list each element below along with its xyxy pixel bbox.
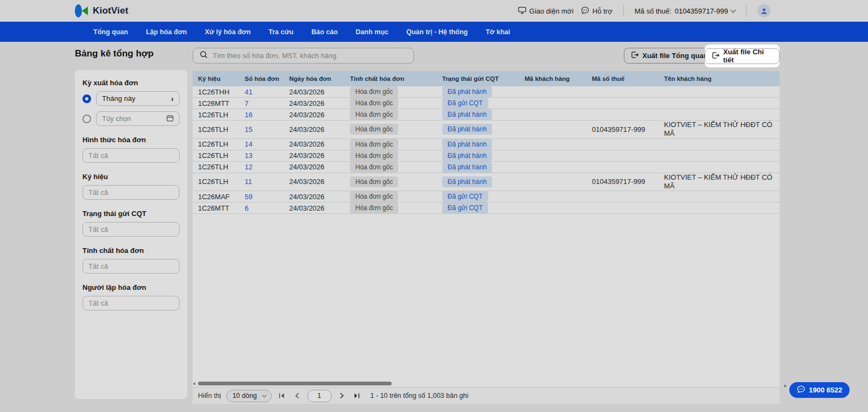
nav-quan-tri-he-thong[interactable]: Quản trị - Hệ thống (406, 28, 468, 36)
cell-ma-so-thue: 0104359717-999 (586, 178, 659, 186)
support-button[interactable]: Hỗ trợ (581, 7, 612, 16)
table-row[interactable]: 1C26MAF 59 24/03/2026 Hóa đơn gốc Đã gửi… (193, 191, 780, 202)
cell-so-hoa-don-link[interactable]: 15 (239, 125, 284, 134)
cell-ngay-hoa-don: 24/03/2026 (284, 99, 344, 107)
cell-ngay-hoa-don: 24/03/2026 (284, 193, 344, 201)
badge-tinh-chat: Hóa đơn gốc (350, 150, 398, 161)
table-row[interactable]: 1C26TLH 15 24/03/2026 Hóa đơn gốc Đã phá… (193, 121, 780, 139)
top-bar: KiotViet Giao diện mới Hỗ trợ Mã số thuế… (0, 0, 868, 22)
chat-bubble-icon (797, 385, 805, 395)
current-page-input[interactable]: 1 (308, 390, 331, 402)
page-size-select[interactable]: 10 dòng (226, 390, 271, 402)
radio-selected[interactable] (82, 94, 91, 103)
cell-so-hoa-don-link[interactable]: 7 (239, 99, 284, 107)
tax-code-label: Mã số thuế: (635, 7, 672, 15)
first-page-button[interactable] (277, 391, 287, 401)
kiotviet-logo[interactable]: KiotViet (75, 4, 129, 18)
tax-code-dropdown[interactable]: Mã số thuế: 0104359717-999 (635, 7, 735, 15)
table-row[interactable]: 1C26TLH 14 24/03/2026 Hóa đơn gốc Đã phá… (193, 139, 780, 150)
period-option-this-month[interactable]: Tháng này › (82, 91, 180, 106)
period-custom-label: Tùy chọn (102, 115, 167, 123)
cell-ngay-hoa-don: 24/03/2026 (284, 163, 344, 171)
col-tinh-chat: Tính chất hóa đơn (344, 75, 437, 82)
period-option-custom[interactable]: Tùy chọn (82, 111, 180, 126)
main-nav: Tổng quan Lập hóa đơn Xử lý hóa đơn Tra … (0, 22, 868, 42)
hotline-chat-button[interactable]: 1900 6522 (789, 382, 850, 398)
cell-so-hoa-don-link[interactable]: 14 (239, 140, 284, 148)
cell-ky-hieu: 1C26MTT (193, 99, 239, 107)
filter-input-nguoi-lap[interactable]: Tất cả (82, 296, 180, 310)
cell-ngay-hoa-don: 24/03/2026 (284, 125, 344, 134)
scroll-left-arrow-icon[interactable] (193, 382, 195, 385)
table-row[interactable]: 1C26MTT 6 24/03/2026 Hóa đơn gốc Đã gửi … (193, 202, 780, 214)
cell-ngay-hoa-don: 24/03/2026 (284, 178, 344, 186)
cell-ngay-hoa-don: 24/03/2026 (284, 204, 344, 212)
speech-bubble-icon (581, 7, 589, 16)
col-ngay-hoa-don: Ngày hóa đơn (284, 75, 344, 82)
tour-spotlight: Xuất file Chi tiết (705, 45, 780, 67)
filter-label-nguoi-lap: Người lập hóa đơn (82, 283, 180, 291)
new-interface-button[interactable]: Giao diện mới (518, 7, 574, 16)
cell-so-hoa-don-link[interactable]: 13 (239, 151, 284, 160)
invoice-table: Ký hiệu Số hóa đơn Ngày hóa đơn Tính chấ… (193, 71, 780, 404)
cell-so-hoa-don-link[interactable]: 11 (239, 178, 284, 186)
filter-input-trang-thai-cqt[interactable]: Tất cả (82, 222, 180, 237)
show-label: Hiển thị (198, 392, 221, 400)
filter-input-hinh-thuc[interactable]: Tất cả (82, 148, 180, 163)
calendar-icon (167, 115, 174, 123)
user-avatar[interactable] (757, 4, 770, 17)
period-custom-box[interactable]: Tùy chọn (96, 111, 180, 126)
nav-xu-ly-hoa-don[interactable]: Xử lý hóa đơn (205, 28, 251, 36)
nav-tra-cuu[interactable]: Tra cứu (269, 28, 293, 36)
nav-danh-muc[interactable]: Danh mục (356, 28, 388, 36)
export-overview-label: Xuất file Tổng quan (642, 52, 708, 60)
cell-so-hoa-don-link[interactable]: 6 (239, 204, 284, 212)
table-row[interactable]: 1C26MTT 7 24/03/2026 Hóa đơn gốc Đã gửi … (193, 98, 780, 109)
export-overview-button[interactable]: Xuất file Tổng quan (624, 48, 715, 64)
support-label: Hỗ trợ (592, 7, 612, 15)
cell-so-hoa-don-link[interactable]: 16 (239, 111, 284, 119)
horizontal-scrollbar[interactable] (193, 381, 780, 387)
person-icon (760, 7, 768, 15)
next-page-button[interactable] (337, 391, 347, 401)
nav-bao-cao[interactable]: Báo cáo (311, 28, 338, 36)
cell-so-hoa-don-link[interactable]: 12 (239, 163, 284, 171)
badge-tinh-chat: Hóa đơn gốc (350, 176, 398, 187)
badge-trang-thai-cqt: Đã phát hành (442, 139, 492, 150)
prev-page-button[interactable] (292, 391, 302, 401)
nav-tong-quan[interactable]: Tổng quan (93, 28, 128, 36)
new-interface-label: Giao diện mới (529, 7, 574, 15)
divider (746, 5, 746, 16)
badge-trang-thai-cqt: Đã gửi CQT (442, 98, 488, 109)
period-this-month-label: Tháng này (102, 94, 171, 103)
col-so-hoa-don: Số hóa đơn (239, 75, 284, 82)
table-row[interactable]: 1C26TLH 16 24/03/2026 Hóa đơn gốc Đã phá… (193, 109, 780, 121)
badge-trang-thai-cqt: Đã phát hành (442, 150, 492, 161)
export-detail-button[interactable]: Xuất file Chi tiết (705, 48, 780, 64)
period-this-month-box[interactable]: Tháng này › (96, 91, 180, 106)
badge-tinh-chat: Hóa đơn gốc (350, 139, 398, 150)
scrollbar-thumb[interactable] (198, 382, 392, 385)
radio-unselected[interactable] (82, 115, 91, 123)
cell-ky-hieu: 1C26TLH (193, 125, 239, 134)
cell-ma-so-thue: 0104359717-999 (586, 125, 659, 134)
col-ma-khach-hang: Mã khách hàng (519, 75, 586, 82)
filter-input-tinh-chat[interactable]: Tất cả (82, 259, 180, 274)
chevron-down-icon (731, 8, 736, 13)
badge-tinh-chat: Hóa đơn gốc (350, 124, 398, 135)
cell-so-hoa-don-link[interactable]: 41 (239, 88, 284, 96)
last-page-button[interactable] (352, 391, 362, 401)
table-row[interactable]: 1C26TLH 12 24/03/2026 Hóa đơn gốc Đã phá… (193, 162, 780, 173)
table-row[interactable]: 1C26TLH 13 24/03/2026 Hóa đơn gốc Đã phá… (193, 150, 780, 162)
table-row[interactable]: 1C26THH 41 24/03/2026 Hóa đơn gốc Đã phá… (193, 86, 780, 98)
table-row[interactable]: 1C26TLH 11 24/03/2026 Hóa đơn gốc Đã phá… (193, 173, 780, 192)
scroll-right-arrow-icon[interactable] (784, 384, 787, 388)
nav-lap-hoa-don[interactable]: Lập hóa đơn (146, 28, 187, 36)
nav-to-khai[interactable]: Tờ khai (486, 28, 510, 36)
page-title: Bảng kê tổng hợp (75, 48, 154, 59)
cell-so-hoa-don-link[interactable]: 59 (239, 193, 284, 201)
filter-label-tinh-chat: Tính chất hóa đơn (82, 246, 180, 255)
search-placeholder: Tìm theo số hóa đơn, MST, khách hàng (213, 52, 336, 60)
search-input[interactable]: Tìm theo số hóa đơn, MST, khách hàng (193, 48, 414, 64)
filter-input-ky-hieu[interactable]: Tất cả (82, 185, 180, 200)
